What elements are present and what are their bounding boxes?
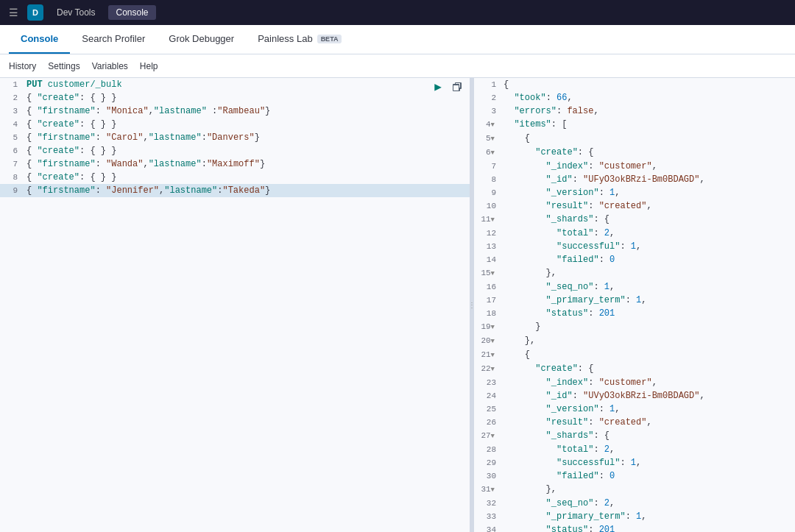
output-line: 23 "_index": "customer", [471,376,795,389]
output-line: 3 "errors": false, [471,104,795,118]
output-panel: 1 { 2 "took": 66, 3 "errors": false, 4▼ … [471,78,795,532]
output-line: 6▼ "create": { [471,146,795,160]
output-line: 29 "successful": 1, [471,456,795,469]
run-button[interactable]: ▶ [431,79,445,94]
output-line: 12 "total": 2, [471,227,795,240]
output-line: 34 "status": 201 [471,523,795,532]
output-line: 7 "_index": "customer", [471,160,795,173]
output-line: 22▼ "create": { [471,362,795,376]
editor-line: 3 { "firstname": "Monica","lastname" :"R… [0,104,470,118]
editor-line: 8 { "create": { } } [0,171,470,184]
output-line: 19▼ } [471,320,795,334]
output-line: 16 "_seq_no": 1, [471,280,795,294]
output-line: 8 "_id": "UFyO3okBRzi-Bm0BDAGD", [471,173,795,186]
editor-line: 5 { "firstname": "Carol","lastname":"Dan… [0,131,470,144]
editor-code-area[interactable]: 1 PUT customer/_bulk 2 { "create": { } }… [0,78,470,532]
output-line: 27▼ "_shards": { [471,429,795,443]
editor-line: 1 PUT customer/_bulk [0,78,470,91]
console-top-tab[interactable]: Console [108,5,155,20]
copy-as-curl-button[interactable] [450,79,464,94]
top-bar: ☰ D Dev Tools Console [0,0,795,25]
output-line: 32 "_seq_no": 2, [471,497,795,510]
output-line: 21▼ { [471,348,795,362]
output-line: 18 "status": 201 [471,307,795,320]
nav-tabs: Console Search Profiler Grok Debugger Pa… [0,25,795,54]
output-line: 25 "_version": 1, [471,402,795,416]
output-line: 17 "_primary_term": 1, [471,294,795,307]
hamburger-icon[interactable]: ☰ [6,4,21,22]
main-content: ▶ 1 PUT customer/_bulk 2 { "create": { }… [0,78,795,532]
dev-tools-breadcrumb[interactable]: Dev Tools [49,5,102,20]
beta-badge: BETA [317,35,342,43]
output-line: 14 "failed": 0 [471,253,795,266]
editor-line: 2 { "create": { } } [0,91,470,104]
editor-panel: ▶ 1 PUT customer/_bulk 2 { "create": { }… [0,78,471,532]
output-line: 5▼ { [471,132,795,146]
output-line: 10 "result": "created", [471,199,795,213]
output-line: 24 "_id": "UVyO3okBRzi-Bm0BDAGD", [471,389,795,402]
output-line: 15▼ }, [471,266,795,280]
output-code-area: 1 { 2 "took": 66, 3 "errors": false, 4▼ … [471,78,795,532]
settings-button[interactable]: Settings [48,61,80,71]
editor-line: 6 { "create": { } } [0,144,470,157]
output-line: 11▼ "_shards": { [471,213,795,227]
editor-line: 9 { "firstname": "Jennifer","lastname":"… [0,184,470,197]
history-button[interactable]: History [9,61,36,71]
help-button[interactable]: Help [140,61,158,71]
output-line: 1 { [471,78,795,91]
tab-grok-debugger[interactable]: Grok Debugger [157,25,246,54]
output-line: 13 "successful": 1, [471,240,795,253]
output-line: 26 "result": "created", [471,416,795,429]
output-line: 33 "_primary_term": 1, [471,510,795,523]
output-line: 30 "failed": 0 [471,469,795,483]
output-line: 2 "took": 66, [471,91,795,104]
toolbar: History Settings Variables Help [0,54,795,78]
tab-console[interactable]: Console [9,25,70,54]
panel-divider[interactable]: ⋮ [470,78,474,532]
app-avatar: D [27,4,43,21]
tab-search-profiler[interactable]: Search Profiler [70,25,157,54]
editor-line: 7 { "firstname": "Wanda","lastname":"Max… [0,157,470,171]
tab-painless-lab[interactable]: Painless Lab BETA [246,25,353,54]
editor-line: 4 { "create": { } } [0,118,470,131]
output-line: 31▼ }, [471,483,795,497]
variables-button[interactable]: Variables [92,61,128,71]
output-line: 9 "_version": 1, [471,186,795,199]
editor-toolbar: ▶ [431,79,464,94]
output-line: 4▼ "items": [ [471,118,795,132]
painless-lab-label: Painless Lab [258,33,312,44]
output-line: 20▼ }, [471,334,795,348]
output-line: 28 "total": 2, [471,443,795,456]
